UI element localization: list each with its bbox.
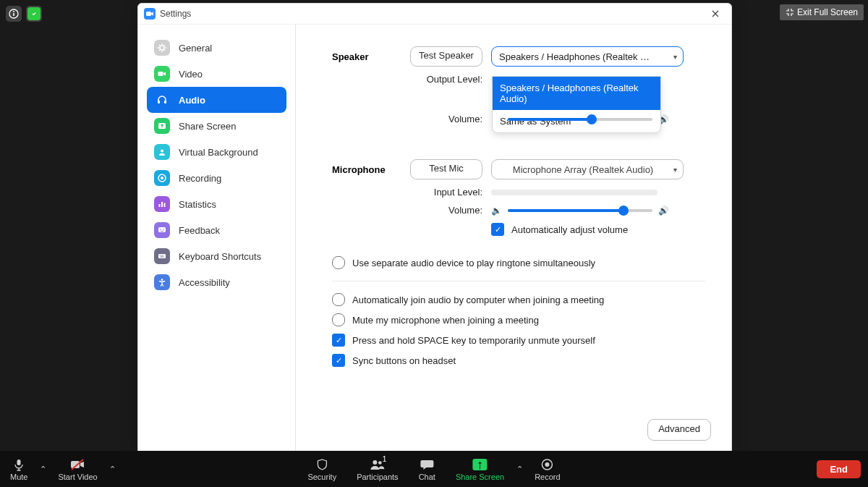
share-screen-button[interactable]: ↑ Share Screen: [446, 451, 514, 487]
svg-rect-20: [161, 255, 161, 255]
start-video-button[interactable]: Start Video: [48, 451, 107, 487]
svg-rect-12: [159, 204, 161, 207]
video-options-caret[interactable]: ⌃: [108, 451, 118, 487]
video-off-icon: [70, 457, 86, 473]
sidebar-item-video[interactable]: Video: [147, 61, 286, 87]
speaker-volume-slider[interactable]: [508, 118, 652, 121]
svg-point-1: [13, 11, 14, 12]
record-button[interactable]: Record: [524, 451, 570, 487]
speaker-high-icon: 🔊: [658, 206, 669, 216]
mic-volume-slider[interactable]: [508, 209, 652, 212]
headphones-icon: [154, 92, 170, 108]
svg-point-11: [161, 177, 163, 179]
statistics-icon: [154, 196, 170, 212]
output-level-label: Output Level:: [332, 74, 491, 85]
svg-point-31: [545, 462, 550, 467]
security-button[interactable]: Security: [297, 451, 346, 487]
sidebar-item-feedback[interactable]: Feedback: [147, 217, 286, 243]
sidebar-label: Share Screen: [179, 121, 237, 132]
participants-count: 1: [383, 455, 387, 463]
mute-button[interactable]: Mute: [0, 451, 38, 487]
sidebar-label: Feedback: [179, 225, 220, 236]
svg-rect-25: [17, 460, 21, 465]
sidebar-item-keyboard-shortcuts[interactable]: Keyboard Shortcuts: [147, 243, 286, 269]
sidebar-item-audio[interactable]: Audio: [147, 87, 286, 113]
speaker-dropdown-option[interactable]: Same as System: [493, 110, 660, 132]
speaker-device-select[interactable]: Speakers / Headphones (Realtek … ▾ Speak…: [491, 46, 684, 67]
security-label: Security: [307, 473, 336, 481]
test-mic-button[interactable]: Test Mic: [410, 159, 482, 179]
svg-point-29: [379, 461, 383, 465]
sidebar-item-statistics[interactable]: Statistics: [147, 191, 286, 217]
microphone-heading: Microphone: [332, 164, 410, 175]
svg-rect-6: [158, 101, 160, 103]
input-level-label: Input Level:: [332, 187, 491, 198]
mute-on-join-checkbox[interactable]: [332, 313, 345, 326]
share-screen-icon: [154, 118, 170, 134]
input-level-meter: [491, 190, 658, 195]
sidebar-item-general[interactable]: General: [147, 35, 286, 61]
settings-dialog: Settings General Video Audio Share Scree…: [137, 3, 732, 454]
speaker-heading: Speaker: [332, 51, 410, 62]
sidebar-label: Accessibility: [179, 277, 230, 288]
share-options-caret[interactable]: ⌃: [514, 451, 524, 487]
speaker-volume-label: Volume:: [332, 114, 491, 124]
svg-rect-13: [161, 202, 163, 207]
svg-point-4: [160, 46, 164, 50]
microphone-icon: [12, 457, 25, 473]
participants-label: Participants: [357, 473, 398, 481]
svg-point-24: [161, 279, 163, 281]
audio-options-caret[interactable]: ⌃: [38, 451, 48, 487]
exit-fullscreen-icon: [786, 8, 794, 17]
encryption-shield-icon[interactable]: [26, 6, 42, 22]
svg-rect-2: [13, 13, 14, 16]
zoom-logo-icon: [144, 8, 156, 20]
chat-button[interactable]: Chat: [409, 451, 446, 487]
svg-point-9: [161, 150, 163, 153]
video-icon: [154, 66, 170, 82]
separate-ringtone-checkbox[interactable]: [332, 256, 345, 269]
chat-label: Chat: [419, 473, 435, 481]
speaker-dropdown-option[interactable]: Speakers / Headphones (Realtek Audio): [493, 77, 660, 110]
exit-fullscreen-label: Exit Full Screen: [797, 7, 858, 17]
sidebar-item-share-screen[interactable]: Share Screen: [147, 113, 286, 139]
close-button[interactable]: [711, 9, 726, 18]
settings-titlebar: Settings: [138, 4, 731, 25]
sidebar-item-accessibility[interactable]: Accessibility: [147, 269, 286, 295]
sidebar-item-recording[interactable]: Recording: [147, 165, 286, 191]
sidebar-label: Audio: [179, 95, 205, 106]
share-screen-icon: ↑: [473, 457, 488, 473]
microphone-device-select[interactable]: Microphone Array (Realtek Audio) ▾: [491, 159, 684, 179]
exit-fullscreen-button[interactable]: Exit Full Screen: [780, 4, 864, 20]
chevron-down-icon: ▾: [673, 53, 677, 61]
sidebar-label: Statistics: [179, 199, 216, 210]
svg-rect-5: [158, 72, 163, 76]
audio-settings-pane: Speaker Test Speaker Speakers / Headphon…: [296, 25, 731, 454]
advanced-button[interactable]: Advanced: [647, 419, 711, 441]
space-unmute-checkbox[interactable]: ✓: [332, 334, 345, 347]
gear-icon: [154, 40, 170, 56]
auto-adjust-volume-checkbox[interactable]: ✓: [491, 223, 504, 236]
svg-rect-14: [164, 203, 166, 208]
sidebar-label: Recording: [179, 173, 221, 184]
keyboard-icon: [154, 248, 170, 264]
separate-ringtone-label: Use separate audio device to play ringto…: [352, 258, 595, 268]
start-video-label: Start Video: [58, 473, 97, 481]
sidebar-label: General: [179, 43, 212, 54]
sidebar-item-virtual-background[interactable]: Virtual Background: [147, 139, 286, 165]
test-speaker-button[interactable]: Test Speaker: [410, 46, 482, 67]
chat-icon: [420, 457, 434, 473]
svg-rect-22: [163, 255, 164, 255]
sync-headset-checkbox[interactable]: ✓: [332, 354, 345, 367]
svg-rect-3: [146, 12, 151, 16]
auto-join-audio-checkbox[interactable]: [332, 293, 345, 306]
feedback-icon: [154, 222, 170, 238]
mute-label: Mute: [10, 473, 27, 481]
meeting-info-icon[interactable]: [6, 6, 22, 22]
sidebar-label: Virtual Background: [179, 147, 258, 158]
divider: [332, 281, 705, 281]
participants-button[interactable]: 1 Participants: [346, 451, 408, 487]
speaker-device-selected: Speakers / Headphones (Realtek …: [499, 51, 650, 62]
end-meeting-button[interactable]: End: [817, 460, 861, 478]
auto-adjust-volume-label: Automatically adjust volume: [511, 224, 628, 235]
